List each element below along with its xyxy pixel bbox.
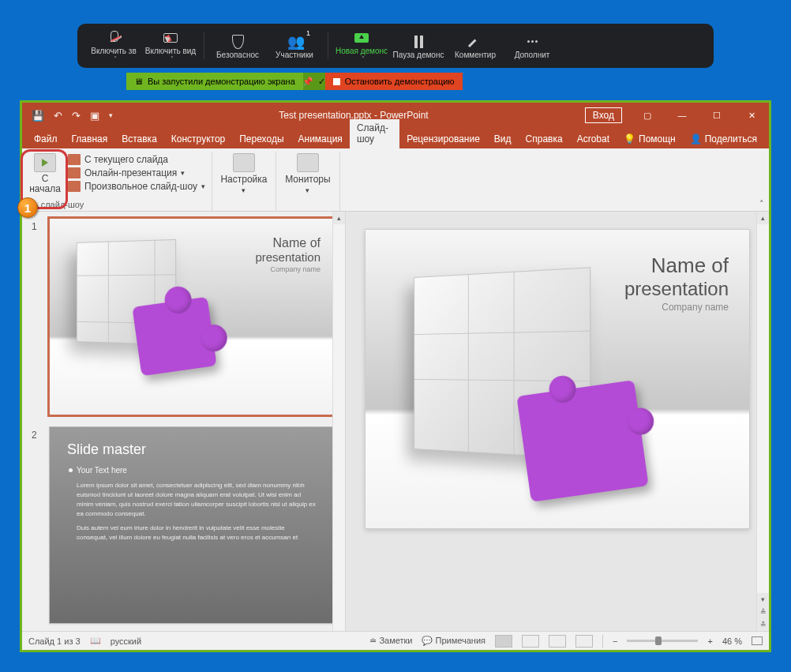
tell-me-search[interactable]: 💡 Помощн: [617, 130, 683, 148]
sharing-options[interactable]: 📌 ✓: [303, 73, 325, 90]
chevron-down-icon: ▾: [181, 169, 185, 177]
document-title: Test presentation.pptx - PowerPoint: [122, 110, 585, 121]
setup-slideshow-button[interactable]: Настройка ▾: [219, 153, 269, 194]
person-icon: 👤: [690, 133, 702, 145]
slide-canvas[interactable]: Name of presentation Company name: [365, 229, 750, 529]
slide2-bullet: Your Text here: [77, 466, 317, 475]
stop-share-button[interactable]: Остановить демонстрацию: [325, 73, 463, 90]
tab-slideshow[interactable]: Слайд-шоу: [350, 119, 399, 148]
zoom-participants-label: Участники: [276, 51, 313, 59]
zoom-new-share-button[interactable]: Новая демонс ˄: [333, 26, 390, 66]
prev-slide-icon[interactable]: ≜: [757, 606, 769, 618]
tab-view[interactable]: Вид: [487, 130, 519, 148]
notes-button[interactable]: ≐ Заметки: [369, 636, 412, 646]
tab-help[interactable]: Справка: [519, 130, 570, 148]
slide2-text: Duis autem vel eum iriure dolor in hendr…: [77, 524, 317, 542]
slide-thumbnails-panel: 1 Name of presentation Company name 2: [22, 212, 346, 631]
zoom-annotate-label: Комментир: [455, 51, 496, 59]
collapse-ribbon-icon[interactable]: ˄: [759, 199, 764, 209]
tab-file[interactable]: Файл: [27, 130, 65, 148]
zoom-audio-button[interactable]: Включить зв ˄: [85, 26, 142, 66]
undo-icon[interactable]: ↶: [54, 110, 62, 122]
comments-button[interactable]: 💬 Примечания: [422, 636, 485, 646]
from-current-slide-button[interactable]: С текущего слайда: [68, 154, 205, 165]
ribbon-group-label: ать слайд-шоу: [25, 197, 205, 209]
slide2-text: Lorem ipsum dolor sit amet, consectetuer…: [77, 481, 317, 519]
powerpoint-window: 💾 ↶ ↷ ▣ ▾ Test presentation.pptx - Power…: [20, 100, 771, 652]
chevron-up-icon: ˄: [171, 55, 174, 62]
tab-home[interactable]: Главная: [65, 130, 115, 148]
minimize-button[interactable]: —: [665, 103, 699, 128]
zoom-annotate-button[interactable]: Комментир: [447, 26, 504, 66]
ribbon: 1 С начала С текущего слайда Онлайн-през…: [22, 148, 769, 212]
fit-to-window-icon[interactable]: [752, 636, 763, 645]
pin-icon: 📌: [302, 77, 313, 87]
separator: [328, 32, 328, 59]
zoom-more-button[interactable]: Дополнит: [504, 26, 560, 66]
redo-icon[interactable]: ↷: [72, 110, 81, 122]
shield-icon: [232, 33, 244, 51]
tab-design[interactable]: Конструктор: [164, 130, 232, 148]
more-icon: [527, 33, 538, 51]
tab-review[interactable]: Рецензирование: [399, 130, 487, 148]
zoom-participants-button[interactable]: 👥 1 Участники: [266, 26, 323, 66]
slide-sorter-view-icon[interactable]: [522, 635, 539, 648]
scroll-up-icon[interactable]: ▴: [757, 212, 769, 224]
tab-insert[interactable]: Вставка: [114, 130, 164, 148]
participants-count: 1: [306, 29, 310, 37]
puzzle-piece-graphic: [516, 380, 648, 502]
zoom-in-button[interactable]: +: [707, 636, 712, 646]
monitors-button[interactable]: Мониторы ▾: [283, 153, 333, 194]
normal-view-icon[interactable]: [495, 635, 512, 648]
zoom-pause-share-button[interactable]: Пауза демонс: [390, 26, 447, 66]
slide-thumbnail-2[interactable]: Slide master Your Text here Lorem ipsum …: [49, 426, 336, 624]
customize-qat-icon[interactable]: ▾: [109, 111, 113, 119]
language-indicator[interactable]: русский: [111, 636, 141, 646]
tab-acrobat[interactable]: Acrobat: [570, 130, 617, 148]
close-button[interactable]: ✕: [734, 103, 769, 128]
thumbnail-number: 2: [32, 426, 43, 441]
maximize-button[interactable]: ☐: [699, 103, 734, 128]
scroll-up-icon[interactable]: ▴: [333, 212, 345, 224]
thumbnails-scrollbar[interactable]: ▴: [332, 212, 345, 631]
pause-icon: [414, 33, 423, 51]
chevron-down-icon: ▾: [306, 186, 309, 194]
preview-scrollbar[interactable]: ▴ ▾ ≜ ≛: [756, 212, 769, 631]
slide-counter[interactable]: Слайд 1 из 3: [28, 636, 81, 646]
sign-in-button[interactable]: Вход: [585, 107, 622, 123]
scroll-down-icon[interactable]: ▾: [757, 593, 769, 606]
tab-animations[interactable]: Анимация: [291, 130, 350, 148]
present-online-button[interactable]: Онлайн-презентация ▾: [68, 167, 205, 178]
thumbnail-row: 1 Name of presentation Company name: [32, 218, 336, 415]
zoom-security-label: Безопаснос: [216, 51, 259, 59]
lightbulb-icon: 💡: [624, 133, 635, 145]
share-button[interactable]: 👤 Поделиться: [683, 130, 764, 148]
zoom-security-button[interactable]: Безопаснос: [209, 26, 266, 66]
custom-slideshow-button[interactable]: Произвольное слайд-шоу ▾: [68, 181, 205, 192]
next-slide-icon[interactable]: ≛: [757, 618, 769, 631]
ribbon-tabs: Файл Главная Вставка Конструктор Переход…: [22, 128, 769, 148]
from-beginning-button[interactable]: С начала: [25, 153, 65, 194]
start-from-beginning-icon[interactable]: ▣: [90, 110, 99, 122]
slide-preview-area: Name of presentation Company name ▴ ▾ ≜ …: [346, 212, 769, 631]
ribbon-display-options-icon[interactable]: ▢: [630, 103, 665, 128]
slide-thumbnail-1[interactable]: Name of presentation Company name: [49, 218, 336, 415]
save-icon[interactable]: 💾: [32, 110, 44, 122]
zoom-pause-label: Пауза демонс: [393, 51, 444, 59]
zoom-percent[interactable]: 46 %: [722, 636, 742, 646]
zoom-slider[interactable]: [627, 640, 698, 642]
zoom-out-button[interactable]: −: [613, 636, 617, 646]
thumbnail-number: 1: [32, 218, 43, 232]
editor-body: 1 Name of presentation Company name 2: [22, 212, 769, 631]
quick-access-toolbar: 💾 ↶ ↷ ▣ ▾: [22, 110, 122, 122]
reading-view-icon[interactable]: [549, 635, 566, 648]
zoom-video-button[interactable]: Включить вид ˄: [142, 26, 199, 66]
slideshow-view-icon[interactable]: [575, 635, 593, 648]
separator: [204, 32, 204, 59]
thumbnail-row: 2 Slide master Your Text here Lorem ipsu…: [32, 426, 336, 624]
share-screen-icon: [354, 29, 369, 47]
spellcheck-icon[interactable]: 📖: [90, 636, 101, 646]
tab-transitions[interactable]: Переходы: [232, 130, 291, 148]
chevron-up-icon: ˄: [362, 55, 365, 62]
setup-icon: [233, 153, 255, 172]
